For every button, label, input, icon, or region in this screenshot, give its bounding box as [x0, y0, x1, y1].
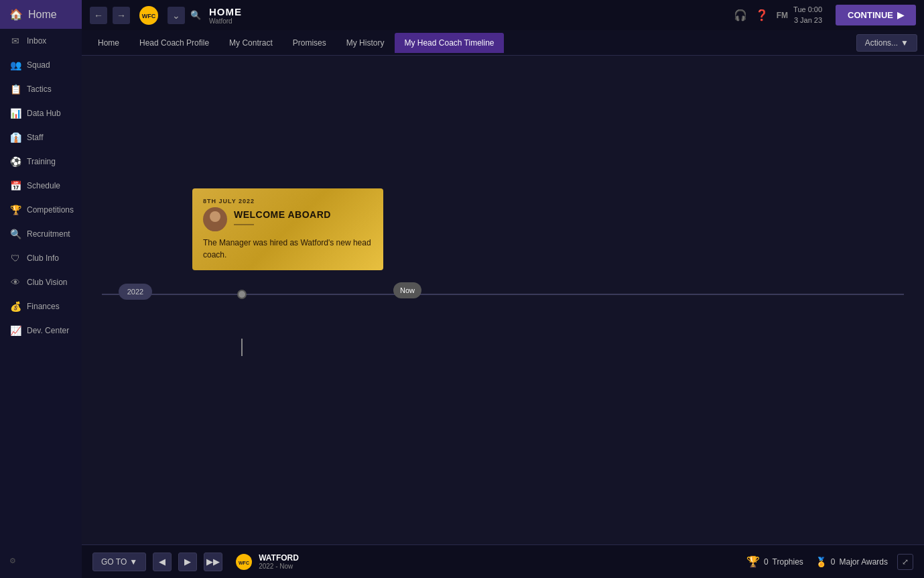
- sidebar-item-tactics[interactable]: 📋 Tactics: [0, 77, 82, 101]
- sidebar-item-data-hub[interactable]: 📊 Data Hub: [0, 101, 82, 125]
- tab-my-head-coach-timeline[interactable]: My Head Coach Timeline: [395, 33, 503, 53]
- trophy-icon: 🏆: [746, 555, 760, 568]
- main-content: 8TH JULY 2022 WELCOME ABOARD The Manager…: [82, 56, 924, 544]
- continue-button[interactable]: CONTINUE ▶: [836, 5, 916, 25]
- timeline-now-label: Now: [400, 286, 415, 294]
- sidebar-item-schedule[interactable]: 📅 Schedule: [0, 174, 82, 198]
- tactics-icon: 📋: [9, 84, 21, 95]
- schedule-icon: 📅: [9, 180, 21, 191]
- club-text: WATFORD 2022 - Now: [259, 553, 299, 570]
- sidebar-item-finances[interactable]: 💰 Finances: [0, 294, 82, 319]
- topbar-subtitle: Watford: [209, 17, 242, 25]
- sidebar-squad-label: Squad: [27, 60, 50, 70]
- event-card-divider: [234, 224, 254, 225]
- trophies-label: Trophies: [773, 557, 803, 567]
- sidebar-bottom: ⚙: [0, 548, 82, 571]
- goto-label: GO TO: [101, 557, 127, 567]
- sidebar-item-training[interactable]: ⚽ Training: [0, 150, 82, 174]
- svg-point-2: [210, 211, 220, 222]
- sidebar-item-competitions[interactable]: 🏆 Competitions: [0, 198, 82, 222]
- event-card-title: WELCOME ABOARD: [234, 209, 331, 229]
- club-years: 2022 - Now: [259, 563, 299, 570]
- sidebar-item-home[interactable]: 🏠 Home: [0, 0, 82, 29]
- staff-icon: 👔: [9, 132, 21, 143]
- sidebar-clubinfo-label: Club Info: [27, 253, 59, 263]
- event-card-body: The Manager was hired as Watford's new h…: [203, 237, 373, 261]
- tab-home[interactable]: Home: [88, 33, 129, 53]
- dev-center-icon: 📈: [9, 325, 21, 336]
- competitions-icon: 🏆: [9, 205, 21, 215]
- tab-my-history[interactable]: My History: [337, 33, 394, 53]
- nav-tabs: Home Head Coach Profile My Contract Prom…: [82, 30, 924, 56]
- prev-button[interactable]: ◀: [153, 553, 172, 571]
- goto-chevron-icon: ▼: [129, 557, 137, 567]
- sidebar-competitions-label: Competitions: [27, 205, 74, 215]
- skip-button[interactable]: ▶▶: [204, 553, 222, 571]
- tab-my-contract[interactable]: My Contract: [220, 33, 282, 53]
- sidebar-item-staff[interactable]: 👔 Staff: [0, 125, 82, 150]
- sidebar-item-inbox[interactable]: ✉ Inbox: [0, 29, 82, 53]
- svg-text:WFC: WFC: [142, 13, 156, 19]
- major-awards-count: 0: [831, 557, 836, 567]
- svg-point-3: [207, 223, 223, 231]
- club-name: WATFORD: [259, 553, 299, 563]
- sidebar-item-dev-center[interactable]: 📈 Dev. Center: [0, 319, 82, 343]
- sidebar-item-recruitment[interactable]: 🔍 Recruitment: [0, 222, 82, 246]
- major-awards-label: Major Awards: [840, 557, 888, 567]
- sidebar-version: ⚙: [9, 557, 16, 565]
- event-title: WELCOME ABOARD: [234, 209, 331, 220]
- actions-chevron-icon: ▼: [901, 38, 909, 48]
- headset-button[interactable]: 🎧: [734, 9, 747, 21]
- sidebar-staff-label: Staff: [27, 133, 43, 142]
- sidebar: 🏠 Home ✉ Inbox 👥 Squad 📋 Tactics 📊 Data …: [0, 0, 82, 578]
- card-connector: [241, 339, 243, 356]
- topbar-date: 3 Jan 23: [793, 15, 822, 25]
- event-card-header: WELCOME ABOARD: [203, 207, 373, 231]
- data-hub-icon: 📊: [9, 108, 21, 119]
- sidebar-item-club-vision[interactable]: 👁 Club Vision: [0, 270, 82, 294]
- club-info-icon: 🛡: [9, 253, 21, 264]
- sidebar-schedule-label: Schedule: [27, 181, 60, 190]
- finances-icon: 💰: [9, 301, 21, 312]
- help-button[interactable]: ❓: [755, 9, 769, 21]
- timeline-event-dot[interactable]: [237, 290, 247, 299]
- goto-button[interactable]: GO TO ▼: [92, 553, 146, 571]
- topbar-title: HOME: [209, 6, 242, 17]
- timeline-start-marker: 2022: [119, 284, 152, 300]
- sidebar-home-label: Home: [28, 9, 57, 21]
- expand-awards-button[interactable]: ⤢: [897, 554, 913, 570]
- actions-label: Actions...: [865, 38, 898, 48]
- topbar: ← → WFC ⌄ 🔍 HOME Watford 🎧 ❓ FM Tue 0:00…: [82, 0, 924, 30]
- sidebar-item-club-info[interactable]: 🛡 Club Info: [0, 246, 82, 270]
- club-vision-icon: 👁: [9, 277, 21, 288]
- forward-button[interactable]: →: [113, 7, 130, 24]
- sidebar-inbox-label: Inbox: [27, 36, 46, 46]
- back-button[interactable]: ←: [90, 7, 107, 24]
- fm-label: FM: [777, 11, 788, 20]
- topbar-home-info: HOME Watford: [209, 6, 242, 25]
- topbar-time: Tue 0:00: [793, 5, 822, 15]
- event-card[interactable]: 8TH JULY 2022 WELCOME ABOARD The Manager…: [192, 188, 383, 270]
- tab-promises[interactable]: Promises: [283, 33, 336, 53]
- sidebar-recruitment-label: Recruitment: [27, 229, 70, 239]
- sidebar-clubvision-label: Club Vision: [27, 278, 67, 287]
- topbar-datetime: Tue 0:00 3 Jan 23: [793, 5, 822, 25]
- inbox-icon: ✉: [9, 36, 21, 46]
- svg-text:WFC: WFC: [239, 561, 249, 565]
- event-card-date: 8TH JULY 2022: [203, 198, 373, 205]
- timeline-container: 8TH JULY 2022 WELCOME ABOARD The Manager…: [82, 56, 924, 544]
- club-logo: WFC: [138, 5, 159, 26]
- club-info-section: WFC WATFORD 2022 - Now: [235, 553, 299, 571]
- next-button-small[interactable]: ▶: [178, 553, 197, 571]
- club-logo-small: WFC: [235, 553, 253, 571]
- tab-head-coach-profile[interactable]: Head Coach Profile: [130, 33, 218, 53]
- sidebar-tactics-label: Tactics: [27, 84, 52, 94]
- home-icon: 🏠: [9, 8, 23, 21]
- dropdown-button[interactable]: ⌄: [168, 7, 185, 24]
- continue-arrow-icon: ▶: [897, 10, 904, 20]
- sidebar-item-squad[interactable]: 👥 Squad: [0, 53, 82, 77]
- actions-button[interactable]: Actions... ▼: [856, 34, 917, 52]
- manager-avatar: [203, 207, 227, 231]
- timeline-now-marker: Now: [393, 282, 421, 298]
- recruitment-icon: 🔍: [9, 229, 21, 239]
